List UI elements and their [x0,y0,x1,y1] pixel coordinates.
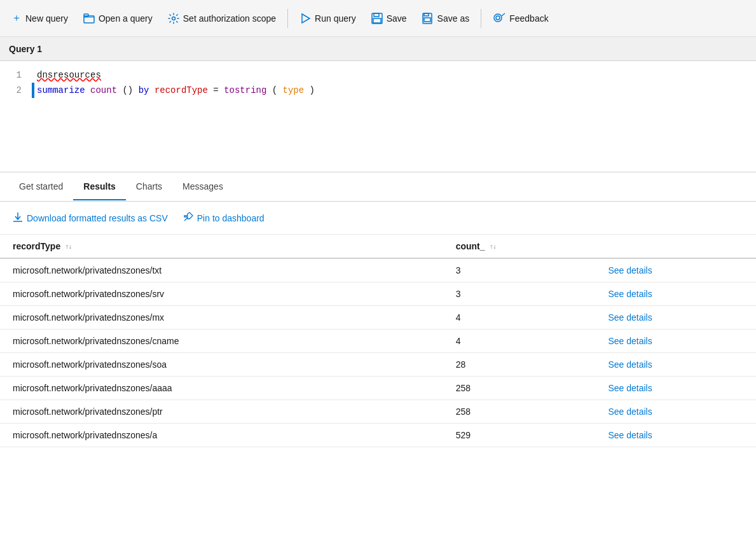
col-header-count[interactable]: count_ ↑↓ [443,235,596,258]
main-container: Query 1 1 2 dnsresources summarize count… [0,37,756,556]
actions-bar: Download formatted results as CSV Pin to… [0,202,756,235]
tab-charts[interactable]: Charts [126,174,172,200]
cell-count: 3 [443,258,596,282]
gear-icon [168,13,179,24]
tab-results[interactable]: Results [73,174,126,200]
download-icon [13,212,23,224]
svg-rect-6 [373,18,381,23]
cell-recordtype: microsoft.network/privatednszones/ptr [0,400,443,424]
parens: () [122,85,133,95]
pin-dashboard-button[interactable]: Pin to dashboard [183,209,265,226]
save-as-button[interactable]: Save as [416,9,476,28]
table-header: recordType ↑↓ count_ ↑↓ [0,235,756,258]
table-row: microsoft.network/privatednszones/ptr258… [0,400,756,424]
tab-messages[interactable]: Messages [172,174,233,200]
see-details-link[interactable]: See details [608,407,652,417]
open-query-button[interactable]: Open a query [77,10,159,27]
pin-icon [183,212,193,224]
see-details-link[interactable]: See details [608,289,652,299]
keyword-type: type [283,85,305,95]
editor-area[interactable]: 1 2 dnsresources summarize count () by r… [0,61,756,172]
sort-icon-recordtype[interactable]: ↑↓ [65,244,72,250]
cell-recordtype: microsoft.network/privatednszones/txt [0,258,443,282]
download-label: Download formatted results as CSV [27,213,168,223]
see-details-link[interactable]: See details [608,265,652,275]
open-query-label: Open a query [99,13,153,24]
keyword-recordtype: recordType [155,85,208,95]
run-query-label: Run query [315,13,356,24]
svg-point-10 [494,14,502,22]
svg-line-12 [502,13,505,16]
see-details-link[interactable]: See details [608,312,652,323]
keyword-by: by [139,85,149,95]
svg-point-2 [172,17,175,20]
new-query-label: New query [25,13,68,24]
cell-details[interactable]: See details [595,306,756,330]
code-line-2: summarize count () by recordType = tostr… [32,83,756,98]
line-numbers: 1 2 [0,66,32,167]
cell-details[interactable]: See details [595,424,756,447]
save-label: Save [387,13,407,24]
code-token-summarize: summarize count () by recordType = tostr… [37,83,315,98]
cell-details[interactable]: See details [595,377,756,400]
table-container[interactable]: recordType ↑↓ count_ ↑↓ microsoft.networ… [0,235,756,556]
see-details-link[interactable]: See details [608,430,652,440]
see-details-link[interactable]: See details [608,359,652,370]
save-icon [371,13,383,24]
cell-details[interactable]: See details [595,282,756,306]
col-header-details [595,235,756,258]
cell-recordtype: microsoft.network/privatednszones/a [0,424,443,447]
set-auth-button[interactable]: Set authorization scope [162,9,282,28]
table-row: microsoft.network/privatednszones/cname4… [0,330,756,353]
download-csv-button[interactable]: Download formatted results as CSV [13,209,168,226]
svg-rect-8 [424,13,429,16]
cell-details[interactable]: See details [595,400,756,424]
line-number-1: 1 [0,67,22,83]
table-body: microsoft.network/privatednszones/txt3Se… [0,258,756,447]
svg-line-15 [184,218,188,221]
keyword-tostring: tostring [224,85,266,95]
keyword-count: count [90,85,117,95]
tab-get-started[interactable]: Get started [9,174,73,200]
play-icon [299,13,311,24]
svg-point-11 [496,16,500,20]
set-auth-label: Set authorization scope [183,13,276,24]
run-query-button[interactable]: Run query [293,9,362,28]
equals: = [213,85,224,95]
cell-details[interactable]: See details [595,258,756,282]
col-header-recordtype[interactable]: recordType ↑↓ [0,235,443,258]
table-row: microsoft.network/privatednszones/aaaa25… [0,377,756,400]
results-table: recordType ↑↓ count_ ↑↓ microsoft.networ… [0,235,756,447]
cell-count: 258 [443,400,596,424]
save-as-label: Save as [437,13,470,24]
feedback-icon [493,13,505,24]
code-content[interactable]: dnsresources summarize count () by recor… [32,66,756,167]
svg-marker-3 [302,14,310,23]
line-indicator [32,83,34,98]
query-title-bar: Query 1 [0,37,756,61]
cell-recordtype: microsoft.network/privatednszones/srv [0,282,443,306]
table-row: microsoft.network/privatednszones/srv3Se… [0,282,756,306]
svg-rect-1 [84,14,88,17]
cell-recordtype: microsoft.network/privatednszones/cname [0,330,443,353]
code-token-dnsresources: dnsresources [37,67,101,83]
see-details-link[interactable]: See details [608,336,652,346]
pin-label: Pin to dashboard [197,213,265,223]
sort-icon-count[interactable]: ↑↓ [490,244,496,250]
cell-details[interactable]: See details [595,330,756,353]
see-details-link[interactable]: See details [608,383,652,393]
cell-recordtype: microsoft.network/privatednszones/aaaa [0,377,443,400]
feedback-button[interactable]: Feedback [486,9,554,28]
results-section: Get started Results Charts Messages Down… [0,172,756,556]
svg-rect-9 [424,18,430,22]
save-button[interactable]: Save [365,9,413,28]
cell-recordtype: microsoft.network/privatednszones/soa [0,353,443,377]
query-title: Query 1 [9,44,42,54]
separator-2 [481,9,481,28]
close-paren: ) [310,85,315,95]
new-query-button[interactable]: ＋ New query [5,8,74,29]
cell-details[interactable]: See details [595,353,756,377]
cell-count: 4 [443,330,596,353]
table-row: microsoft.network/privatednszones/soa28S… [0,353,756,377]
cell-count: 258 [443,377,596,400]
